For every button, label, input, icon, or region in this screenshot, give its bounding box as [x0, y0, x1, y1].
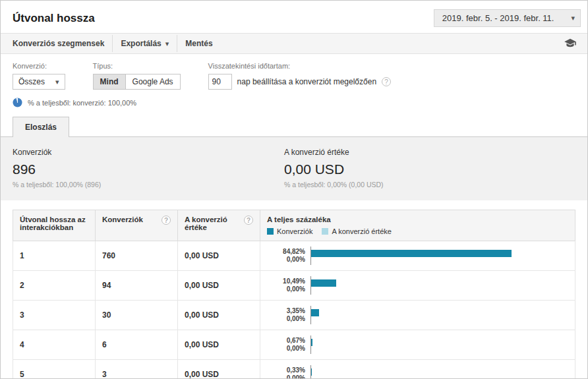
path-length-table: Útvonal hossza az interakciókban Konverz…	[13, 210, 575, 379]
help-icon[interactable]: ?	[382, 77, 391, 86]
conversions-bar	[311, 309, 319, 316]
conversions-bar	[311, 279, 336, 287]
conversions-cell: 94	[96, 271, 178, 301]
tab-bar: Eloszlás	[1, 117, 587, 137]
conversions-cell: 760	[96, 241, 178, 271]
bar-track	[310, 365, 568, 379]
metric-conversion-value: A konverzió értéke 0,00 USD % a teljesbő…	[284, 148, 556, 189]
bar-track	[310, 276, 568, 295]
pct-value-label: 0,00%	[267, 256, 305, 264]
date-range-selector[interactable]: 2019. febr. 5. - 2019. febr. 11. ▾	[434, 9, 581, 27]
type-google-ads-button[interactable]: Google Ads	[126, 74, 181, 90]
conversion-dropdown[interactable]: Összes ▾	[13, 74, 65, 90]
percent-labels: 84,82% 0,00%	[267, 248, 305, 264]
lookback-days-input[interactable]	[208, 74, 232, 90]
chevron-down-icon: ▾	[55, 78, 59, 86]
table-row: 4 6 0,00 USD 0,67% 0,00%	[13, 330, 575, 360]
pct-value-label: 0,00%	[267, 374, 305, 379]
chevron-down-icon: ▾	[571, 15, 575, 22]
analytics-path-length-report: Útvonal hossza 2019. febr. 5. - 2019. fe…	[0, 0, 588, 379]
bar-track	[310, 335, 568, 354]
percent-bar-cell: 0,67% 0,00%	[260, 330, 575, 360]
pct-value-label: 0,00%	[267, 345, 305, 353]
metric-note: % a teljesből: 0,00% (0,00 USD)	[284, 181, 556, 189]
percent-of-total-note: % a teljesből: konverzió: 100,00%	[1, 92, 587, 117]
percent-labels: 0,67% 0,00%	[267, 337, 305, 353]
percent-note-text: % a teljesből: konverzió: 100,00%	[28, 99, 136, 107]
legend-item-conversions: Konverziók	[267, 227, 312, 235]
table-row: 3 30 0,00 USD 3,35% 0,00%	[13, 301, 575, 330]
conversion-filter-label: Konverzió:	[13, 62, 65, 70]
lookback-filter: Visszatekintési időtartam: nap beállítás…	[208, 62, 391, 90]
table-body: 1 760 0,00 USD 84,82% 0,00% 2 94 0,00 US…	[13, 241, 575, 379]
percent-bar-cell: 0,33% 0,00%	[260, 360, 575, 379]
path-length-cell: 2	[13, 271, 96, 301]
percent-bar-cell: 10,49% 0,00%	[260, 271, 575, 301]
type-segmented-control: Mind Google Ads	[93, 74, 181, 90]
percent-labels: 3,35% 0,00%	[267, 307, 305, 323]
lookback-suffix-text: nap beállítása a konverziót megelőzően	[237, 77, 376, 86]
percent-labels: 0,33% 0,00%	[267, 366, 305, 379]
table-header-row: Útvonal hossza az interakciókban Konverz…	[13, 210, 575, 241]
percent-bar-cell: 84,82% 0,00%	[260, 241, 575, 271]
education-icon[interactable]	[564, 38, 577, 49]
conversions-cell: 3	[96, 360, 178, 379]
pct-value-label: 0,00%	[267, 285, 305, 293]
type-filter: Típus: Mind Google Ads	[93, 62, 181, 90]
conversion-value-cell: 0,00 USD	[178, 360, 260, 379]
conversions-cell: 6	[96, 330, 178, 360]
help-icon[interactable]: ?	[244, 216, 253, 225]
type-all-button[interactable]: Mind	[93, 74, 126, 90]
path-length-cell: 3	[13, 301, 96, 330]
metric-value: 896	[13, 161, 284, 177]
metric-label: Konverziók	[13, 148, 284, 157]
legend-item-conversion-value: A konverzió értéke	[322, 227, 392, 235]
pct-conversions-label: 10,49%	[267, 277, 305, 285]
chart-legend: Konverziók A konverzió értéke	[267, 227, 568, 235]
tab-distribution[interactable]: Eloszlás	[13, 117, 69, 137]
conversion-segments-button[interactable]: Konverziós szegmensek	[11, 35, 113, 52]
pct-value-label: 0,00%	[267, 315, 305, 323]
pct-conversions-label: 3,35%	[267, 307, 305, 315]
pct-conversions-label: 84,82%	[267, 248, 305, 256]
help-icon[interactable]: ?	[162, 216, 171, 225]
path-length-cell: 1	[13, 241, 96, 271]
conversion-value-cell: 0,00 USD	[178, 330, 260, 360]
table-row: 5 3 0,00 USD 0,33% 0,00%	[13, 360, 575, 379]
lookback-filter-label: Visszatekintési időtartam:	[208, 62, 391, 70]
pct-conversions-label: 0,67%	[267, 337, 305, 345]
header-percent-of-total: A teljes százaléka Konverziók A konverzi…	[260, 210, 575, 241]
metric-label: A konverzió értéke	[284, 148, 556, 157]
save-button[interactable]: Mentés	[177, 35, 220, 52]
summary-panel: Konverziók 896 % a teljesből: 100,00% (8…	[1, 137, 587, 200]
filters-bar: Konverzió: Összes ▾ Típus: Mind Google A…	[1, 54, 587, 92]
table-row: 2 94 0,00 USD 10,49% 0,00%	[13, 271, 575, 301]
legend-swatch-conversion-value	[322, 228, 328, 235]
date-range-text: 2019. febr. 5. - 2019. febr. 11.	[442, 13, 554, 23]
metric-conversions: Konverziók 896 % a teljesből: 100,00% (8…	[13, 148, 284, 189]
conversions-cell: 30	[96, 301, 178, 330]
metric-value: 0,00 USD	[284, 161, 556, 177]
export-button[interactable]: Exportálás ▾	[113, 35, 177, 52]
page-title: Útvonal hossza	[13, 12, 95, 25]
conversion-value-cell: 0,00 USD	[178, 271, 260, 301]
type-filter-label: Típus:	[93, 62, 181, 70]
path-length-cell: 5	[13, 360, 96, 379]
chevron-down-icon: ▾	[165, 40, 169, 47]
pie-chart-icon	[13, 98, 22, 107]
report-header: Útvonal hossza 2019. febr. 5. - 2019. fe…	[1, 1, 587, 33]
conversions-bar	[311, 368, 312, 376]
conversion-value-cell: 0,00 USD	[178, 241, 260, 271]
percent-bar-cell: 3,35% 0,00%	[260, 301, 575, 330]
path-length-cell: 4	[13, 330, 96, 360]
table-row: 1 760 0,00 USD 84,82% 0,00%	[13, 241, 575, 271]
conversions-bar	[311, 339, 312, 346]
header-conversions: Konverziók ?	[96, 210, 178, 241]
pct-conversions-label: 0,33%	[267, 366, 305, 374]
bar-track	[310, 306, 568, 324]
percent-labels: 10,49% 0,00%	[267, 277, 305, 293]
conversion-value-cell: 0,00 USD	[178, 301, 260, 330]
header-path-length: Útvonal hossza az interakciókban	[13, 210, 96, 241]
legend-swatch-conversions	[267, 228, 274, 235]
conversions-bar	[311, 250, 512, 257]
